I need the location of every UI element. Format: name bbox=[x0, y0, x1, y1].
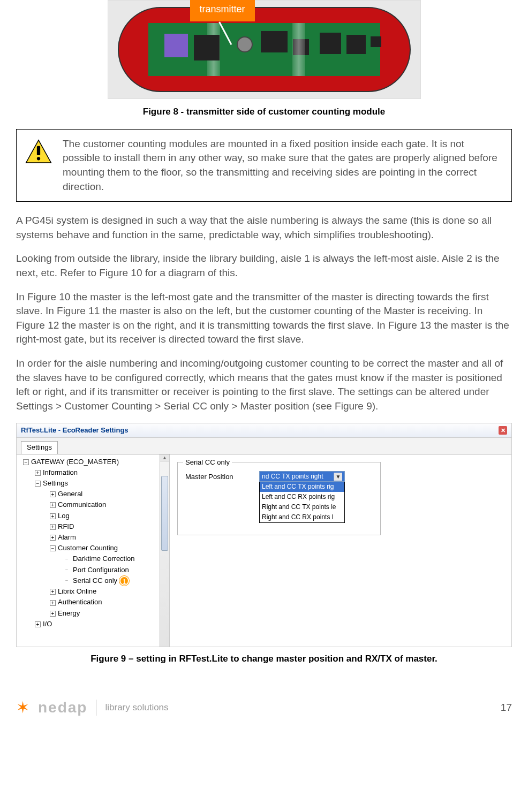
svg-point-2 bbox=[37, 157, 40, 160]
footer-tagline: library solutions bbox=[105, 701, 168, 714]
expand-icon[interactable]: + bbox=[50, 524, 56, 530]
warning-text: The customer counting modules are mounte… bbox=[63, 137, 503, 194]
tree-alarm[interactable]: Alarm bbox=[58, 533, 76, 541]
footer-logo: ✶ nedap library solutions bbox=[16, 697, 169, 718]
tab-strip: Settings bbox=[17, 438, 511, 453]
leaf-icon: ┈ bbox=[65, 556, 71, 563]
figure-8-caption: Figure 8 - transmitter side of customer … bbox=[16, 105, 512, 118]
expand-icon[interactable]: + bbox=[50, 600, 56, 606]
expand-icon[interactable]: + bbox=[50, 589, 56, 595]
tree-general[interactable]: General bbox=[58, 490, 82, 498]
tree-port-config[interactable]: Port Configuration bbox=[73, 566, 129, 574]
leaf-icon: ┈ bbox=[65, 566, 71, 574]
warning-box: The customer counting modules are mounte… bbox=[16, 129, 512, 202]
pcb-illustration: transmitter bbox=[108, 0, 421, 99]
expand-icon[interactable]: − bbox=[35, 481, 41, 487]
master-position-combo[interactable]: nd CC TX points right ▼ Left and CC TX p… bbox=[259, 471, 345, 523]
close-icon[interactable]: ✕ bbox=[499, 426, 507, 435]
combo-option-1[interactable]: Left and CC TX points rig bbox=[260, 482, 344, 492]
expand-icon[interactable]: + bbox=[50, 611, 56, 617]
window-titlebar: RfTest.Lite - EcoReader Settings ✕ bbox=[17, 423, 511, 438]
combo-selected-value: nd CC TX points right bbox=[262, 472, 323, 481]
expand-icon[interactable]: − bbox=[50, 545, 56, 551]
brand-name: nedap bbox=[38, 697, 87, 718]
footer-divider bbox=[96, 700, 96, 716]
tree-energy[interactable]: Energy bbox=[58, 609, 80, 617]
tree-settings[interactable]: Settings bbox=[43, 479, 68, 487]
settings-tree[interactable]: −GATEWAY (ECO_MASTER) +Information −Sett… bbox=[17, 454, 170, 647]
svg-rect-1 bbox=[37, 146, 40, 155]
combo-option-3[interactable]: Right and CC TX points le bbox=[260, 502, 344, 512]
tree-io[interactable]: I/O bbox=[43, 620, 52, 628]
warning-icon bbox=[25, 139, 55, 166]
transmitter-callout-label: transmitter bbox=[190, 0, 255, 21]
tree-log[interactable]: Log bbox=[58, 512, 70, 520]
expand-icon[interactable]: + bbox=[50, 502, 56, 508]
expand-icon[interactable]: + bbox=[50, 535, 56, 541]
expand-icon[interactable]: + bbox=[50, 513, 56, 519]
combo-option-2[interactable]: Left and CC RX points rig bbox=[260, 492, 344, 502]
expand-icon[interactable]: + bbox=[35, 470, 41, 476]
tree-librix[interactable]: Librix Online bbox=[58, 587, 96, 595]
combo-dropdown-list[interactable]: Left and CC TX points rig Left and CC RX… bbox=[259, 482, 345, 522]
chevron-down-icon[interactable]: ▼ bbox=[334, 473, 342, 481]
tab-settings[interactable]: Settings bbox=[21, 441, 58, 453]
settings-panel: Serial CC only Master Position nd CC TX … bbox=[170, 454, 511, 647]
paragraph-1: A PG45i system is designed in such a way… bbox=[16, 214, 512, 242]
tree-serial-cc-only[interactable]: Serial CC only bbox=[73, 576, 117, 585]
scrollbar-thumb[interactable] bbox=[161, 476, 168, 551]
expand-icon[interactable]: + bbox=[35, 621, 41, 627]
combo-option-4[interactable]: Right and CC RX points l bbox=[260, 512, 344, 522]
rftest-window: RfTest.Lite - EcoReader Settings ✕ Setti… bbox=[16, 423, 512, 647]
serial-cc-group: Serial CC only Master Position nd CC TX … bbox=[177, 462, 381, 535]
tree-darktime[interactable]: Darktime Correction bbox=[73, 555, 135, 563]
expand-icon[interactable]: − bbox=[23, 459, 29, 465]
figure-9-caption: Figure 9 – setting in RFTest.Lite to cha… bbox=[16, 652, 512, 665]
master-position-label: Master Position bbox=[185, 471, 250, 482]
group-title: Serial CC only bbox=[183, 458, 232, 467]
tree-root[interactable]: GATEWAY (ECO_MASTER) bbox=[31, 458, 119, 466]
page-number: 17 bbox=[501, 701, 512, 715]
paragraph-4: In order for the aisle numbering and inc… bbox=[16, 356, 512, 413]
figure-8: transmitter Figure 8 - transmitter side … bbox=[16, 0, 512, 118]
page-footer: ✶ nedap library solutions 17 bbox=[16, 697, 512, 718]
window-title: RfTest.Lite - EcoReader Settings bbox=[21, 426, 129, 435]
tree-rfid[interactable]: RFID bbox=[58, 522, 74, 530]
star-icon: ✶ bbox=[16, 700, 29, 716]
tree-customer-counting[interactable]: Customer Counting bbox=[58, 544, 118, 552]
tree-authentication[interactable]: Authentication bbox=[58, 598, 102, 606]
expand-icon[interactable]: + bbox=[50, 491, 56, 497]
tree-scrollbar[interactable] bbox=[160, 454, 169, 647]
tree-information[interactable]: Information bbox=[43, 468, 78, 476]
tree-communication[interactable]: Communication bbox=[58, 500, 106, 509]
paragraph-3: In Figure 10 the master is the left-most… bbox=[16, 290, 512, 347]
step-badge-1: 1 bbox=[119, 576, 129, 586]
paragraph-2: Looking from outside the library, inside… bbox=[16, 252, 512, 280]
leaf-icon: ┈ bbox=[65, 577, 71, 585]
